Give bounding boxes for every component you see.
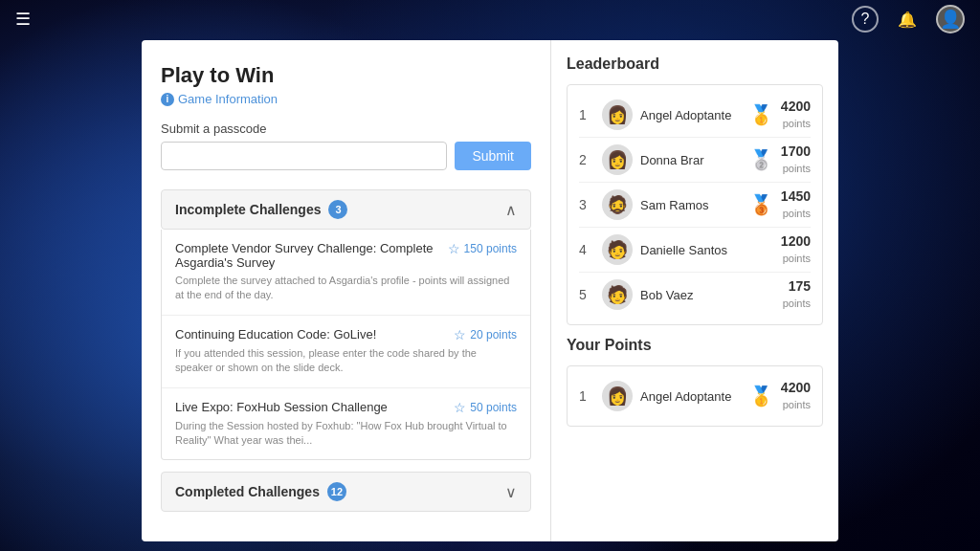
yourpoints-title: Your Points xyxy=(567,337,823,354)
lb-rank: 1 xyxy=(579,388,594,404)
lb-points-num: 4200 xyxy=(781,380,811,395)
challenge-desc: If you attended this session, please ent… xyxy=(175,346,517,376)
lb-points-word: points xyxy=(783,399,811,410)
lb-points-col: 4200 points xyxy=(781,99,811,131)
lb-points-word: points xyxy=(783,208,811,219)
lb-name: Angel Adoptante xyxy=(640,108,742,122)
leaderboard-row: 3 🧔 Sam Ramos 🥉 1450 points xyxy=(579,183,811,228)
lb-points-col: 4200 points xyxy=(781,380,811,412)
lb-points-num: 175 xyxy=(783,278,811,294)
game-info-link[interactable]: i Game Information xyxy=(161,92,531,106)
lb-avatar: 👩 xyxy=(602,99,633,130)
lb-points-word: points xyxy=(783,253,811,264)
medal-icon: 🥉 xyxy=(749,193,773,216)
completed-title: Completed Challenges xyxy=(175,484,320,499)
main-container: Play to Win i Game Information Submit a … xyxy=(142,40,838,541)
lb-points-num: 1200 xyxy=(781,233,811,249)
passcode-label: Submit a passcode xyxy=(161,121,531,136)
lb-rank: 1 xyxy=(579,107,594,122)
lb-points-num: 1700 xyxy=(781,143,811,159)
completed-challenges-section: Completed Challenges 12 ∨ xyxy=(161,472,531,512)
medal-icon: 🥇 xyxy=(749,103,773,126)
hamburger-icon[interactable]: ☰ xyxy=(15,9,31,30)
challenge-item[interactable]: Live Expo: FoxHub Session Challenge ☆ 50… xyxy=(162,388,530,460)
page-title: Play to Win xyxy=(161,63,531,88)
lb-points-word: points xyxy=(783,118,811,129)
help-icon[interactable]: ? xyxy=(852,6,879,33)
lb-rank: 5 xyxy=(579,287,594,302)
completed-badge: 12 xyxy=(327,482,346,501)
lb-avatar: 👩 xyxy=(602,144,633,175)
incomplete-badge: 3 xyxy=(328,200,347,219)
lb-points-num: 4200 xyxy=(781,99,811,114)
lb-points-col: 1700 points xyxy=(781,143,811,176)
leaderboard-title: Leaderboard xyxy=(567,55,823,73)
leaderboard-card: 1 👩 Angel Adoptante 🥇 4200 points 2 👩 Do… xyxy=(567,84,823,325)
challenge-points: ☆ 50 points xyxy=(454,400,517,415)
lb-name: Donna Brar xyxy=(640,153,742,167)
user-avatar-icon[interactable]: 👤 xyxy=(936,5,965,33)
incomplete-title: Incomplete Challenges xyxy=(175,202,321,217)
leaderboard-row: 2 👩 Donna Brar 🥈 1700 points xyxy=(579,138,811,183)
game-info-label: Game Information xyxy=(178,92,278,106)
completed-challenges-header[interactable]: Completed Challenges 12 ∨ xyxy=(161,472,531,512)
challenge-title: Continuing Education Code: GoLive! xyxy=(175,327,446,342)
lb-avatar: 👩 xyxy=(602,381,633,411)
challenge-points: ☆ 150 points xyxy=(448,241,517,256)
lb-rank: 2 xyxy=(579,152,594,167)
lb-name: Angel Adoptante xyxy=(640,389,742,404)
leaderboard-row: 1 👩 Angel Adoptante 🥇 4200 points xyxy=(579,374,811,418)
lb-avatar: 🧔 xyxy=(602,189,633,220)
challenge-title: Live Expo: FoxHub Session Challenge xyxy=(175,400,446,414)
completed-chevron-icon: ∨ xyxy=(505,483,517,501)
lb-points-col: 1200 points xyxy=(781,233,811,266)
incomplete-challenges-section: Incomplete Challenges 3 ∧ Complete Vendo… xyxy=(161,189,531,460)
lb-points-num: 1450 xyxy=(781,188,811,204)
medal-icon: 🥇 xyxy=(749,385,773,408)
incomplete-challenges-header[interactable]: Incomplete Challenges 3 ∧ xyxy=(161,189,531,230)
incomplete-challenges-list: Complete Vendor Survey Challenge: Comple… xyxy=(161,230,531,460)
star-icon: ☆ xyxy=(454,400,466,415)
incomplete-chevron-icon: ∧ xyxy=(505,201,517,219)
lb-name: Sam Ramos xyxy=(640,198,742,212)
star-icon: ☆ xyxy=(454,327,466,342)
challenge-points: ☆ 20 points xyxy=(454,327,517,342)
challenge-desc: Complete the survey attached to Asgardia… xyxy=(175,274,517,303)
passcode-input[interactable] xyxy=(161,142,447,170)
medal-icon: 🥈 xyxy=(749,148,773,171)
lb-points-col: 1450 points xyxy=(781,188,811,221)
lb-rank: 3 xyxy=(579,197,594,212)
challenge-item[interactable]: Continuing Education Code: GoLive! ☆ 20 … xyxy=(162,316,530,388)
bell-icon[interactable]: 🔔 xyxy=(894,6,921,33)
right-panel: Leaderboard 1 👩 Angel Adoptante 🥇 4200 p… xyxy=(551,40,838,541)
lb-name: Danielle Santos xyxy=(640,243,743,257)
star-icon: ☆ xyxy=(448,241,460,256)
leaderboard-row: 5 🧑 Bob Vaez 175 points xyxy=(579,273,811,317)
lb-rank: 4 xyxy=(579,242,594,257)
lb-points-word: points xyxy=(783,298,811,309)
leaderboard-row: 1 👩 Angel Adoptante 🥇 4200 points xyxy=(579,93,811,138)
yourpoints-card: 1 👩 Angel Adoptante 🥇 4200 points xyxy=(567,365,823,427)
submit-button[interactable]: Submit xyxy=(455,142,531,170)
topbar: ☰ ? 🔔 👤 xyxy=(0,0,980,38)
challenge-title: Complete Vendor Survey Challenge: Comple… xyxy=(175,241,440,270)
lb-points-col: 175 points xyxy=(783,278,811,311)
challenge-item[interactable]: Complete Vendor Survey Challenge: Comple… xyxy=(162,230,530,316)
challenge-desc: During the Session hosted by Foxhub: "Ho… xyxy=(175,419,517,449)
lb-points-word: points xyxy=(783,163,811,174)
info-icon: i xyxy=(161,93,174,106)
lb-avatar: 🧑 xyxy=(602,279,633,310)
lb-avatar: 🧑 xyxy=(602,234,633,265)
leaderboard-row: 4 🧑 Danielle Santos 1200 points xyxy=(579,228,811,273)
left-panel: Play to Win i Game Information Submit a … xyxy=(142,40,551,541)
lb-name: Bob Vaez xyxy=(640,288,745,302)
passcode-row: Submit xyxy=(161,142,531,170)
